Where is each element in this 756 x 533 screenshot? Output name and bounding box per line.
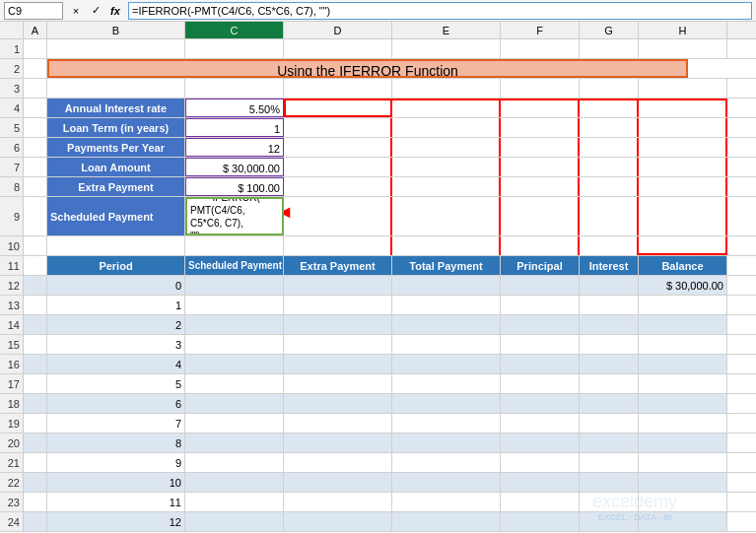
cell-h8[interactable] [639, 177, 727, 196]
cell-sched-22[interactable] [185, 473, 284, 492]
cell-interest-18[interactable] [580, 394, 639, 413]
cell-e1[interactable] [392, 39, 501, 58]
col-header-a[interactable]: A [24, 22, 47, 38]
cell-sched-18[interactable] [185, 394, 284, 413]
cell-principal-22[interactable] [501, 473, 580, 492]
cell-c7-value[interactable]: $ 30,000.00 [185, 158, 284, 176]
cell-extra-13[interactable] [284, 296, 392, 314]
cell-balance-15[interactable] [639, 335, 727, 354]
cell-c1[interactable] [185, 39, 284, 58]
cell-g3[interactable] [580, 79, 639, 98]
cell-a1[interactable] [24, 39, 47, 58]
cell-d8[interactable] [284, 177, 392, 196]
cell-a3[interactable] [24, 79, 47, 98]
cell-interest-14[interactable] [580, 315, 639, 334]
cell-principal-16[interactable] [501, 355, 580, 373]
col-header-h[interactable]: H [639, 22, 727, 38]
cell-g4[interactable] [580, 99, 639, 117]
cell-principal-21[interactable] [501, 453, 580, 472]
cell-balance-20[interactable] [639, 433, 727, 452]
cell-sched-15[interactable] [185, 335, 284, 354]
cell-e6[interactable] [392, 138, 501, 157]
cell-c5-value[interactable]: 1 [185, 118, 284, 137]
cell-c3[interactable] [185, 79, 284, 98]
cell-a19[interactable] [24, 414, 47, 433]
cell-e4[interactable] [392, 99, 501, 117]
cell-h6[interactable] [639, 138, 727, 157]
cell-f5[interactable] [501, 118, 580, 137]
name-box[interactable] [4, 2, 63, 20]
cell-g7[interactable] [580, 158, 639, 176]
cell-extra-12[interactable] [284, 276, 392, 295]
col-header-d[interactable]: D [284, 22, 392, 38]
cell-extra-14[interactable] [284, 315, 392, 334]
cell-d3[interactable] [284, 79, 392, 98]
cell-extra-21[interactable] [284, 453, 392, 472]
cell-principal-13[interactable] [501, 296, 580, 314]
cell-h10[interactable] [639, 236, 727, 255]
cell-interest-20[interactable] [580, 433, 639, 452]
cell-sched-19[interactable] [185, 414, 284, 433]
cell-principal-24[interactable] [501, 512, 580, 531]
cell-extra-17[interactable] [284, 374, 392, 393]
cell-extra-24[interactable] [284, 512, 392, 531]
col-header-c[interactable]: C [185, 22, 284, 38]
cell-sched-20[interactable] [185, 433, 284, 452]
cell-h1[interactable] [639, 39, 727, 58]
cell-total-22[interactable] [392, 473, 501, 492]
cell-principal-17[interactable] [501, 374, 580, 393]
cell-interest-23[interactable] [580, 493, 639, 511]
cell-period-14[interactable]: 2 [47, 315, 185, 334]
cell-extra-18[interactable] [284, 394, 392, 413]
col-header-b[interactable]: B [47, 22, 185, 38]
cell-a16[interactable] [24, 355, 47, 373]
cell-interest-12[interactable] [580, 276, 639, 295]
cell-a17[interactable] [24, 374, 47, 393]
cell-d4[interactable] [284, 99, 392, 117]
cell-a9[interactable] [24, 197, 47, 235]
cell-a13[interactable] [24, 296, 47, 314]
cell-h3[interactable] [639, 79, 727, 98]
cell-principal-18[interactable] [501, 394, 580, 413]
cell-period-13[interactable]: 1 [47, 296, 185, 314]
cell-f8[interactable] [501, 177, 580, 196]
cell-f3[interactable] [501, 79, 580, 98]
cell-interest-22[interactable] [580, 473, 639, 492]
cell-principal-20[interactable] [501, 433, 580, 452]
confirm-formula-btn[interactable]: ✓ [87, 2, 104, 20]
cell-balance-13[interactable] [639, 296, 727, 314]
cell-balance-22[interactable] [639, 473, 727, 492]
cell-g10[interactable] [580, 236, 639, 255]
cell-period-15[interactable]: 3 [47, 335, 185, 354]
cell-g5[interactable] [580, 118, 639, 137]
cell-interest-24[interactable] [580, 512, 639, 531]
cell-a21[interactable] [24, 453, 47, 472]
cell-a10[interactable] [24, 236, 47, 255]
cell-a22[interactable] [24, 473, 47, 492]
cell-period-20[interactable]: 8 [47, 433, 185, 452]
cell-total-18[interactable] [392, 394, 501, 413]
cell-balance-23[interactable] [639, 493, 727, 511]
cell-d7[interactable] [284, 158, 392, 176]
formula-input[interactable] [128, 2, 752, 20]
cell-balance-12[interactable]: $ 30,000.00 [639, 276, 727, 295]
cell-f7[interactable] [501, 158, 580, 176]
cell-h5[interactable] [639, 118, 727, 137]
cell-a11[interactable] [24, 256, 47, 275]
cell-b1[interactable] [47, 39, 185, 58]
cell-extra-20[interactable] [284, 433, 392, 452]
cell-c4-value[interactable]: 5.50% [185, 99, 284, 117]
cell-interest-21[interactable] [580, 453, 639, 472]
cell-extra-19[interactable] [284, 414, 392, 433]
cell-interest-16[interactable] [580, 355, 639, 373]
cell-e3[interactable] [392, 79, 501, 98]
cell-a4[interactable] [24, 99, 47, 117]
cell-b3[interactable] [47, 79, 185, 98]
cell-extra-22[interactable] [284, 473, 392, 492]
cell-extra-15[interactable] [284, 335, 392, 354]
cell-c6-value[interactable]: 12 [185, 138, 284, 157]
cell-d6[interactable] [284, 138, 392, 157]
cell-total-20[interactable] [392, 433, 501, 452]
cell-total-21[interactable] [392, 453, 501, 472]
cell-sched-16[interactable] [185, 355, 284, 373]
